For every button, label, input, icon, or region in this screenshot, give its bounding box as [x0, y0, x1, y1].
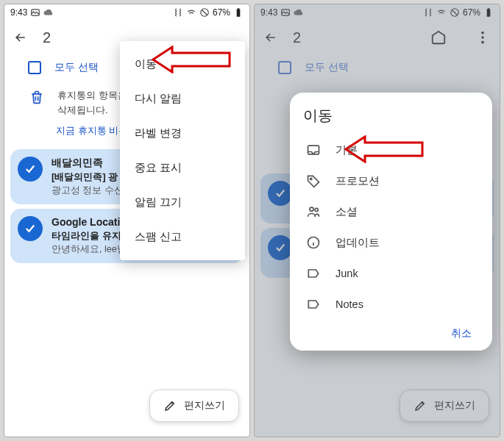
folder-promotions[interactable]: 프로모션 [303, 165, 485, 196]
selection-count: 2 [43, 29, 51, 46]
image-icon [30, 7, 40, 18]
dialog-cancel-button[interactable]: 취소 [303, 320, 485, 345]
selected-check-icon[interactable] [18, 157, 43, 182]
overflow-menu: 이동 다시 알림 라벨 변경 중요 표시 알림 끄기 스팸 신고 [120, 41, 245, 260]
svg-rect-11 [308, 146, 319, 154]
vibrate-icon [173, 7, 183, 18]
pencil-icon [163, 399, 177, 412]
menu-item-mute[interactable]: 알림 끄기 [120, 185, 245, 220]
folder-label: 소셜 [336, 205, 358, 219]
inbox-icon [306, 143, 321, 157]
status-time: 9:43 [10, 7, 27, 18]
info-icon [306, 235, 321, 250]
trash-notice-l1: 휴지통의 항목은 [57, 88, 127, 103]
folder-label: 프로모션 [336, 174, 380, 188]
label-icon [306, 297, 321, 312]
label-icon [306, 266, 321, 281]
trash-notice-l2: 삭제됩니다. [57, 103, 127, 118]
folder-updates[interactable]: 업데이트 [303, 227, 485, 258]
back-icon[interactable] [13, 30, 28, 45]
status-bar: 9:43 67% [4, 4, 249, 21]
trash-icon [29, 90, 44, 104]
dialog-title: 이동 [303, 106, 485, 126]
selected-check-icon[interactable] [18, 216, 43, 241]
svg-rect-3 [238, 8, 239, 9]
no-sim-icon [199, 7, 210, 18]
svg-point-14 [315, 208, 318, 211]
menu-item-label[interactable]: 라벨 변경 [120, 116, 245, 151]
folder-label: Notes [336, 298, 363, 310]
folder-notes[interactable]: Notes [303, 289, 485, 320]
svg-point-13 [310, 207, 313, 211]
menu-item-spam[interactable]: 스팸 신고 [120, 220, 245, 254]
svg-point-12 [310, 178, 312, 180]
battery-pct: 67% [213, 7, 230, 18]
folder-label: 업데이트 [336, 236, 380, 250]
phone-left: 9:43 67% 2 모두 선택 [4, 4, 250, 437]
menu-item-snooze[interactable]: 다시 알림 [120, 82, 245, 116]
select-all-label: 모두 선택 [54, 61, 99, 74]
compose-button[interactable]: 편지쓰기 [149, 390, 239, 422]
annotation-arrow [343, 135, 424, 163]
move-to-dialog: 이동 기본 프로모션 소셜 업데이트 Junk [290, 93, 492, 351]
folder-label: Junk [336, 268, 358, 279]
cloud-icon [43, 7, 54, 18]
menu-item-important[interactable]: 중요 표시 [120, 151, 245, 185]
email-sender: 배달의민족 [52, 157, 103, 170]
battery-icon [233, 7, 244, 18]
folder-junk[interactable]: Junk [303, 258, 485, 289]
phone-right: 9:43 67% 2 모두 선택 [254, 4, 500, 437]
svg-rect-2 [237, 9, 241, 16]
folder-social[interactable]: 소셜 [303, 196, 485, 227]
select-all-checkbox[interactable] [28, 61, 41, 74]
annotation-arrow [150, 46, 231, 74]
tag-icon [306, 173, 321, 188]
people-icon [306, 204, 321, 219]
compose-label: 편지쓰기 [184, 399, 225, 412]
wifi-icon [186, 7, 196, 18]
